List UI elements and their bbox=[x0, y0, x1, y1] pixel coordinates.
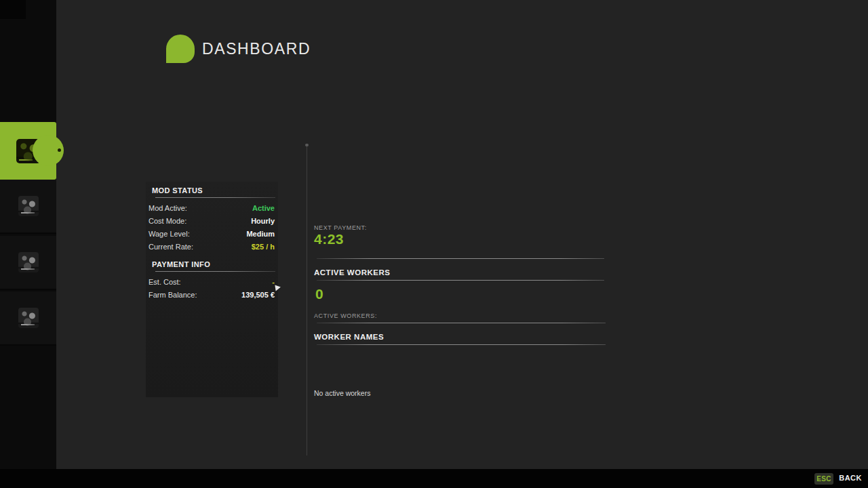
sidebar-item-mod-3[interactable] bbox=[0, 236, 56, 290]
payment-info-header: PAYMENT INFO bbox=[152, 260, 278, 268]
wage-level-label: Wage Level: bbox=[149, 230, 190, 238]
sidebar-item-mod-2[interactable] bbox=[0, 180, 56, 234]
divider bbox=[317, 258, 604, 259]
mod-active-value: Active bbox=[252, 204, 275, 212]
mod-active-label: Mod Active: bbox=[149, 204, 187, 212]
back-button[interactable]: BACK bbox=[839, 474, 862, 482]
selected-tab-dot-icon bbox=[58, 148, 61, 152]
mod-thumbnail-icon bbox=[18, 252, 39, 272]
mouse-cursor-icon bbox=[275, 284, 281, 291]
mod-thumbnail-icon bbox=[18, 308, 39, 328]
active-workers-header: ACTIVE WORKERS bbox=[314, 268, 390, 277]
current-rate-label: Current Rate: bbox=[149, 243, 193, 251]
farm-balance-row: Farm Balance: 139,505 € bbox=[149, 291, 275, 299]
current-rate-value: $25 / h bbox=[252, 243, 275, 251]
payment-info-section: PAYMENT INFO Est. Cost: - Farm Balance: … bbox=[146, 260, 278, 299]
mod-active-row: Mod Active: Active bbox=[149, 204, 275, 212]
top-left-corner bbox=[0, 0, 26, 19]
cost-mode-row: Cost Mode: Hourly bbox=[149, 217, 275, 225]
wage-level-value: Medium bbox=[246, 230, 275, 238]
divider bbox=[317, 344, 606, 345]
next-payment-label: NEXT PAYMENT: bbox=[314, 224, 367, 231]
worker-names-header: WORKER NAMES bbox=[314, 333, 384, 341]
cost-mode-label: Cost Mode: bbox=[149, 217, 186, 225]
current-rate-row: Current Rate: $25 / h bbox=[149, 243, 275, 251]
mod-sidebar bbox=[0, 0, 56, 469]
active-workers-sublabel: ACTIVE WORKERS: bbox=[314, 312, 377, 319]
leaf-logo-icon bbox=[166, 35, 195, 63]
mod-status-header: MOD STATUS bbox=[152, 182, 278, 195]
wage-level-row: Wage Level: Medium bbox=[149, 230, 275, 238]
est-cost-label: Est. Cost: bbox=[149, 278, 181, 286]
vertical-divider bbox=[307, 144, 307, 455]
app-window: DASHBOARD MOD STATUS Mod Active: Active … bbox=[0, 0, 868, 488]
active-workers-count: 0 bbox=[315, 286, 323, 302]
mod-status-section: MOD STATUS Mod Active: Active Cost Mode:… bbox=[146, 182, 278, 251]
mod-thumbnail-icon bbox=[18, 196, 39, 216]
est-cost-row: Est. Cost: - bbox=[149, 278, 275, 286]
no-workers-message: No active workers bbox=[314, 389, 370, 397]
farm-balance-value: 139,505 € bbox=[241, 291, 275, 299]
footer-bar: ESC BACK bbox=[0, 469, 868, 488]
next-payment-value: 4:23 bbox=[314, 231, 344, 247]
farm-balance-label: Farm Balance: bbox=[149, 291, 197, 299]
status-panel: MOD STATUS Mod Active: Active Cost Mode:… bbox=[146, 182, 278, 397]
sidebar-item-mod-4[interactable] bbox=[0, 291, 56, 346]
esc-key-button[interactable]: ESC bbox=[814, 473, 833, 485]
divider bbox=[317, 323, 606, 323]
page-title: DASHBOARD bbox=[202, 40, 311, 58]
divider bbox=[317, 280, 604, 281]
cost-mode-value: Hourly bbox=[251, 217, 275, 225]
